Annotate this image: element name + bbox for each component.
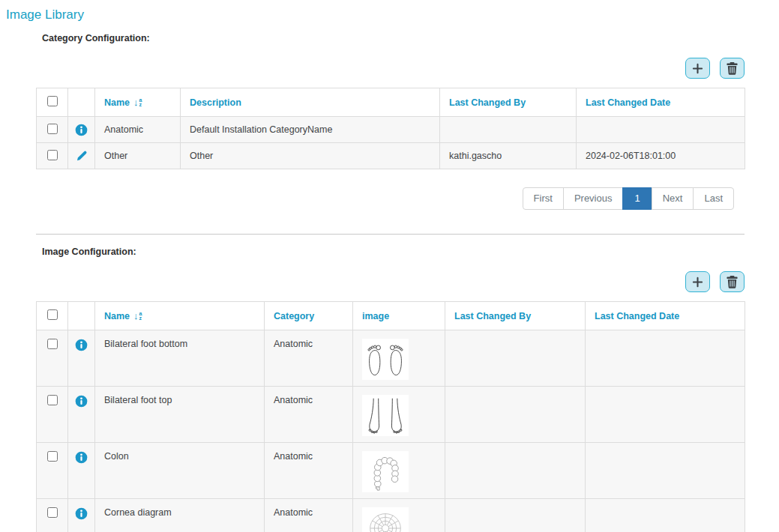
image-category-cell: Anatomic (265, 499, 353, 532)
category-last-changed-by-column-header: Last Changed By (440, 88, 577, 117)
image-name-cell: Bilateral foot top (95, 387, 265, 443)
category-configuration-section: Name ↓ a z Description Last Changed By L… (36, 58, 745, 210)
image-image-column-header: image (353, 302, 445, 330)
image-configuration-heading: Image Configuration: (42, 247, 779, 257)
plus-icon (692, 276, 703, 288)
info-circle-icon[interactable] (71, 339, 91, 351)
cornea-diagram-image (362, 507, 409, 532)
table-row: Bilateral foot top Anatomic (37, 387, 745, 443)
image-last-changed-date-column-header: Last Changed Date (586, 302, 745, 330)
category-description-cell: Default Installation CategoryName (181, 117, 440, 143)
pagination-previous-button[interactable]: Previous (563, 187, 624, 210)
category-description-column-header: Description (181, 88, 440, 117)
image-category-cell: Anatomic (265, 330, 353, 387)
trash-icon (727, 62, 738, 75)
image-table: Name ↓ a z Category image Last Changed B… (36, 301, 745, 532)
row-checkbox[interactable] (47, 339, 58, 349)
plus-icon (692, 63, 703, 74)
image-last-changed-date-cell (586, 443, 745, 499)
category-name-cell: Anatomic (95, 117, 181, 143)
category-name-cell: Other (95, 143, 181, 169)
category-configuration-heading: Category Configuration: (42, 33, 779, 43)
category-table-header-row: Name ↓ a z Description Last Changed By L… (37, 88, 745, 117)
category-last-changed-by-cell: kathi.gascho (440, 143, 577, 169)
category-last-changed-date-column-header: Last Changed Date (577, 88, 745, 117)
image-add-button[interactable] (685, 271, 710, 292)
category-last-changed-date-cell: 2024-02-06T18:01:00 (577, 143, 745, 169)
sort-alpha-descending-icon[interactable]: ↓ a z (133, 312, 142, 321)
image-last-changed-by-cell (445, 330, 586, 387)
info-circle-icon[interactable] (71, 124, 91, 136)
bilateral-foot-bottom-image (362, 339, 409, 380)
image-icon-column-header (68, 302, 95, 330)
image-last-changed-by-cell (445, 443, 586, 499)
category-delete-button[interactable] (720, 58, 745, 79)
image-category-cell: Anatomic (265, 443, 353, 499)
image-table-header-row: Name ↓ a z Category image Last Changed B… (37, 302, 745, 330)
colon-image (362, 451, 409, 492)
category-description-cell: Other (181, 143, 440, 169)
image-select-all-checkbox[interactable] (47, 309, 58, 320)
pencil-icon[interactable] (71, 150, 91, 162)
row-checkbox[interactable] (47, 124, 58, 134)
image-category-column-header: Category (265, 302, 353, 330)
image-last-changed-by-cell (445, 499, 586, 532)
category-icon-column-header (68, 88, 95, 117)
pagination-next-button[interactable]: Next (652, 187, 694, 210)
row-checkbox[interactable] (47, 395, 58, 405)
image-category-cell: Anatomic (265, 387, 353, 443)
info-circle-icon[interactable] (71, 507, 91, 520)
trash-icon (727, 276, 738, 288)
category-name-column-header: Name (104, 97, 130, 108)
image-name-cell: Colon (95, 443, 265, 499)
table-row: Cornea diagram Anatomic (37, 499, 745, 532)
row-checkbox[interactable] (47, 451, 58, 462)
image-last-changed-by-cell (445, 387, 586, 443)
row-checkbox[interactable] (47, 507, 58, 518)
image-toolbar (36, 271, 745, 292)
category-last-changed-by-cell (440, 117, 577, 143)
category-add-button[interactable] (685, 58, 710, 79)
image-name-cell: Cornea diagram (95, 499, 265, 532)
image-configuration-section: Name ↓ a z Category image Last Changed B… (36, 271, 745, 532)
row-checkbox[interactable] (47, 150, 58, 160)
table-row: Bilateral foot bottom Anatomic (37, 330, 745, 387)
pagination-last-button[interactable]: Last (693, 187, 734, 210)
pagination-first-button[interactable]: First (523, 187, 564, 210)
image-delete-button[interactable] (720, 271, 745, 292)
pagination: First Previous 1 Next Last (36, 187, 734, 210)
section-divider (36, 234, 745, 235)
image-last-changed-date-cell (586, 499, 745, 532)
pagination-page-1-button[interactable]: 1 (622, 187, 652, 210)
category-toolbar (36, 58, 745, 79)
image-name-cell: Bilateral foot bottom (95, 330, 265, 387)
info-circle-icon[interactable] (71, 395, 91, 408)
table-row: Colon Anatomic (37, 443, 745, 499)
table-row: Other Other kathi.gascho 2024-02-06T18:0… (37, 143, 745, 169)
table-row: Anatomic Default Installation CategoryNa… (37, 117, 745, 143)
category-table: Name ↓ a z Description Last Changed By L… (36, 88, 745, 169)
bilateral-foot-top-image (362, 395, 409, 436)
image-name-column-header: Name (104, 311, 130, 321)
info-circle-icon[interactable] (71, 451, 91, 464)
image-last-changed-date-cell (586, 387, 745, 443)
image-last-changed-date-cell (586, 330, 745, 387)
page-title: Image Library (6, 7, 779, 22)
category-select-all-checkbox[interactable] (47, 96, 58, 106)
category-last-changed-date-cell (577, 117, 745, 143)
sort-alpha-descending-icon[interactable]: ↓ a z (133, 98, 142, 107)
image-last-changed-by-column-header: Last Changed By (445, 302, 586, 330)
